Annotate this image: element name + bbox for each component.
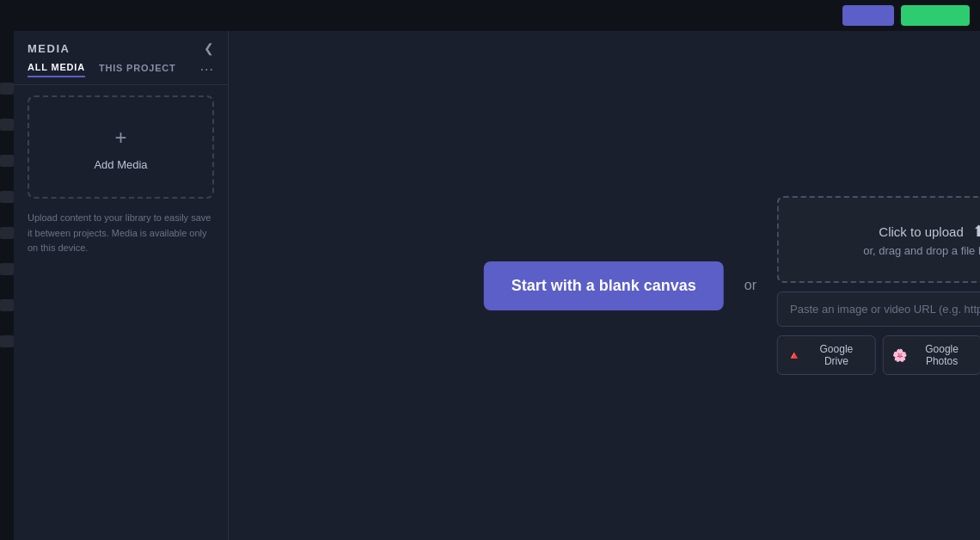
- partial-nav-item: [0, 335, 14, 347]
- partial-left-nav: [0, 31, 14, 540]
- sidebar-description: Upload content to your library to easily…: [28, 211, 214, 256]
- or-separator: or: [744, 278, 756, 293]
- blank-canvas-button[interactable]: Start with a blank canvas: [484, 261, 724, 310]
- partial-nav-item: [0, 191, 14, 203]
- click-to-upload-text: Click to upload: [879, 224, 963, 239]
- share-button-placeholder[interactable]: [842, 5, 894, 26]
- partial-nav-items: [0, 31, 14, 356]
- sidebar-title: MEDIA: [28, 42, 70, 55]
- sidebar-header: MEDIA ❮: [14, 31, 228, 62]
- google-photos-label: Google Photos: [912, 343, 972, 367]
- partial-nav-item: [0, 227, 14, 239]
- google-drive-icon: 🔺: [787, 348, 801, 362]
- google-drive-button[interactable]: 🔺 Google Drive: [777, 335, 876, 375]
- upload-dropzone-main-text: Click to upload ⬆: [879, 222, 980, 241]
- canvas-area: Start with a blank canvas or Click to up…: [229, 31, 980, 540]
- sidebar-tabs: ALL MEDIA THIS PROJECT ···: [14, 62, 228, 85]
- tab-this-project[interactable]: THIS PROJECT: [99, 63, 176, 77]
- drag-drop-text: or, drag and drop a file here: [863, 244, 980, 257]
- partial-nav-item: [0, 119, 14, 131]
- sidebar: MEDIA ❮ ALL MEDIA THIS PROJECT ··· + Add…: [14, 31, 229, 540]
- google-photos-icon: 🌸: [892, 348, 907, 362]
- partial-nav-item: [0, 299, 14, 311]
- partial-nav-item: [0, 83, 14, 95]
- center-content: Start with a blank canvas or Click to up…: [484, 196, 980, 375]
- upload-dropzone[interactable]: Click to upload ⬆ or, drag and drop a fi…: [777, 196, 980, 283]
- url-input[interactable]: [777, 291, 980, 327]
- sidebar-close-icon[interactable]: ❮: [204, 41, 214, 55]
- add-media-box[interactable]: + Add Media: [28, 95, 214, 199]
- tab-all-media[interactable]: ALL MEDIA: [28, 62, 85, 77]
- upload-panel: Click to upload ⬆ or, drag and drop a fi…: [777, 196, 980, 375]
- partial-nav-item: [0, 263, 14, 275]
- upload-arrow-icon: ⬆: [972, 222, 980, 241]
- partial-nav-item: [0, 155, 14, 167]
- tabs-more-icon[interactable]: ···: [200, 62, 214, 77]
- main-layout: MEDIA ❮ ALL MEDIA THIS PROJECT ··· + Add…: [0, 31, 980, 540]
- add-media-icon: +: [107, 124, 135, 151]
- top-bar: [0, 0, 980, 31]
- source-buttons: 🔺 Google Drive 🌸 Google Photos 🖼 Try a s…: [777, 335, 980, 375]
- sidebar-content: + Add Media Upload content to your libra…: [14, 85, 228, 540]
- add-media-label: Add Media: [94, 158, 147, 171]
- google-drive-label: Google Drive: [806, 343, 867, 367]
- download-button-placeholder[interactable]: [901, 5, 970, 26]
- google-photos-button[interactable]: 🌸 Google Photos: [883, 335, 980, 375]
